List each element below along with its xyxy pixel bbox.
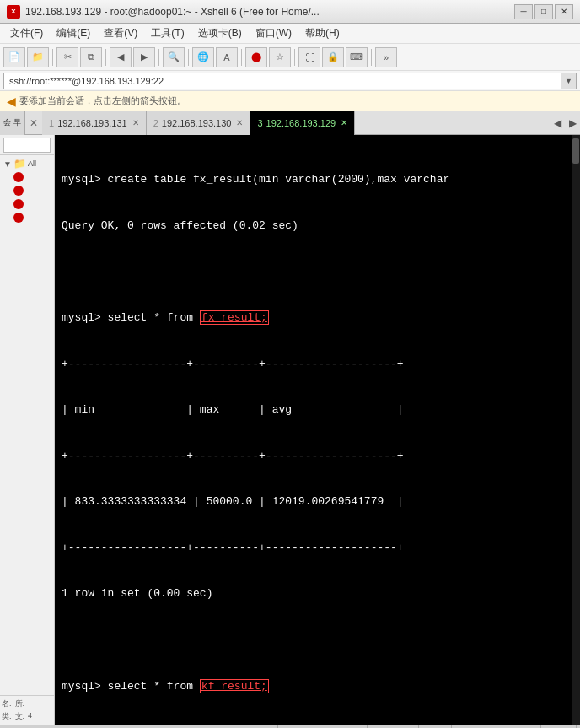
- session-icon-1: [13, 172, 24, 182]
- status-bar: ssh://root@192.168.193.12 SSH2 xterm ⬛ 5…: [0, 725, 580, 728]
- menu-file[interactable]: 文件(F): [3, 24, 50, 42]
- toolbar-globe[interactable]: 🌐: [192, 47, 214, 67]
- address-dropdown[interactable]: ▼: [561, 73, 577, 89]
- toolbar-fullscreen[interactable]: ⛶: [298, 47, 320, 67]
- menu-view[interactable]: 查看(V): [97, 24, 144, 42]
- sidebar-search-input[interactable]: [3, 138, 51, 153]
- toolbar-separator-6: [294, 49, 295, 66]
- tab-1[interactable]: 1 192.168.193.131 ✕: [42, 111, 147, 135]
- scrollbar-thumb: [572, 138, 579, 164]
- menu-tabs[interactable]: 选项卡(B): [191, 24, 249, 42]
- terminal-scrollbar[interactable]: [572, 135, 580, 725]
- toolbar-separator-1: [52, 49, 53, 66]
- window-controls: ─ □ ✕: [514, 4, 573, 19]
- toolbar-keyboard[interactable]: ⌨: [346, 47, 368, 67]
- sidebar-tab-location[interactable]: 所.: [15, 698, 25, 709]
- tree-session-3[interactable]: [2, 197, 52, 211]
- tab-2-num: 2: [153, 118, 158, 128]
- sidebar-count: 4: [28, 711, 32, 722]
- sidebar-bottom-row-1: 名. 所.: [2, 698, 52, 710]
- tab-3-close[interactable]: ✕: [341, 118, 347, 127]
- tab-3[interactable]: 3 192.168.193.129 ✕: [250, 111, 355, 135]
- terminal-line-6: | min | max | avg |: [62, 402, 573, 418]
- address-value: ssh://root:******@192.168.193.129:22: [9, 76, 164, 86]
- sidebar-search: [0, 135, 54, 155]
- toolbar-forward[interactable]: ▶: [133, 47, 155, 67]
- tab-3-label: 192.168.193.129: [266, 118, 336, 128]
- terminal-line-12: mysql> select * from kf_result;: [62, 679, 573, 694]
- menu-edit[interactable]: 编辑(E): [50, 24, 97, 42]
- session-icon-3: [13, 199, 24, 209]
- toolbar: 📄 📁 ✂ ⧉ ◀ ▶ 🔍 🌐 A ⬤ ☆ ⛶ 🔒 ⌨ »: [0, 44, 580, 71]
- tree-expand-icon: ▼: [3, 159, 13, 169]
- toolbar-new-session[interactable]: 📄: [3, 47, 25, 67]
- toolbar-copy[interactable]: ⧉: [80, 47, 102, 67]
- kf-result-highlight: kf_result;: [200, 679, 269, 693]
- tree-item-root[interactable]: ▼ 📁 All: [2, 157, 52, 170]
- toolbar-more[interactable]: »: [375, 47, 397, 67]
- maximize-button[interactable]: □: [534, 4, 553, 19]
- toolbar-separator-7: [371, 49, 372, 66]
- menu-window[interactable]: 窗口(W): [249, 24, 298, 42]
- info-text: 要添加当前会话，点击左侧的箭头按钮。: [19, 94, 186, 107]
- tab-3-num: 3: [257, 118, 262, 128]
- address-field[interactable]: ssh://root:******@192.168.193.129:22: [3, 73, 561, 89]
- tab-close-sidebar[interactable]: ✕: [25, 111, 42, 135]
- session-icon-2: [13, 186, 24, 196]
- toolbar-cut[interactable]: ✂: [56, 47, 78, 67]
- sidebar-tab-file[interactable]: 文.: [15, 711, 25, 722]
- toolbar-font[interactable]: A: [216, 47, 238, 67]
- main-area: ▼ 📁 All 名. 所. 类. 文.: [0, 135, 580, 725]
- toolbar-open[interactable]: 📁: [27, 47, 49, 67]
- toolbar-separator-4: [188, 49, 189, 66]
- terminal-line-8: | 833.3333333333334 | 50000.0 | 12019.00…: [62, 494, 573, 510]
- session-icon-4: [13, 213, 24, 223]
- terminal-line-10: 1 row in set (0.00 sec): [62, 586, 573, 601]
- terminal[interactable]: mysql> create table fx_result(min varcha…: [55, 135, 580, 725]
- tab-1-close[interactable]: ✕: [132, 118, 139, 127]
- sidebar-tab-name[interactable]: 名.: [2, 698, 12, 709]
- tab-2-close[interactable]: ✕: [236, 118, 243, 127]
- toolbar-separator-5: [241, 49, 242, 66]
- info-bar: ◀ 要添加当前会话，点击左侧的箭头按钮。: [0, 91, 580, 111]
- close-button[interactable]: ✕: [555, 4, 573, 19]
- sidebar-tab-type[interactable]: 类.: [2, 711, 12, 722]
- sidebar-toggle-label: 会 早: [3, 117, 21, 128]
- menu-bar: 文件(F) 编辑(E) 查看(V) 工具(T) 选项卡(B) 窗口(W) 帮助(…: [0, 24, 580, 44]
- minimize-button[interactable]: ─: [514, 4, 533, 19]
- toolbar-stop[interactable]: ⬤: [245, 47, 267, 67]
- tab-nav: ◀ ▶: [550, 113, 580, 133]
- tree-session-4[interactable]: [2, 211, 52, 224]
- sidebar: ▼ 📁 All 名. 所. 类. 文.: [0, 135, 55, 725]
- tab-1-num: 1: [49, 118, 54, 128]
- terminal-line-4: mysql> select * from fx_result;: [62, 310, 573, 326]
- tab-1-label: 192.168.193.131: [57, 118, 127, 128]
- tree-session-2[interactable]: [2, 184, 52, 197]
- app-icon: X: [7, 5, 20, 19]
- toolbar-bookmark[interactable]: ☆: [269, 47, 291, 67]
- terminal-line-9: +------------------+----------+---------…: [62, 541, 573, 556]
- fx-result-highlight: fx_result;: [200, 310, 269, 325]
- window-title: 192.168.193.129 - root@hadoop01:~ - Xshe…: [25, 6, 514, 18]
- tab-2[interactable]: 2 192.168.193.130 ✕: [147, 111, 251, 135]
- tab-2-label: 192.168.193.130: [162, 118, 232, 128]
- toolbar-search[interactable]: 🔍: [163, 47, 185, 67]
- menu-tools[interactable]: 工具(T): [144, 24, 191, 42]
- tree-session-1[interactable]: [2, 170, 52, 184]
- sidebar-tree: ▼ 📁 All: [0, 155, 54, 695]
- toolbar-back[interactable]: ◀: [110, 47, 132, 67]
- terminal-content: mysql> create table fx_result(min varcha…: [62, 142, 573, 725]
- terminal-line-3: [62, 265, 573, 280]
- info-arrow-icon: ◀: [7, 94, 16, 108]
- terminal-line-5: +------------------+----------+---------…: [62, 357, 573, 372]
- tab-bar: 会 早 ✕ 1 192.168.193.131 ✕ 2 192.168.193.…: [0, 111, 580, 135]
- toolbar-separator-2: [105, 49, 106, 66]
- tab-prev-button[interactable]: ◀: [550, 113, 565, 133]
- menu-help[interactable]: 帮助(H): [298, 24, 346, 42]
- tab-next-button[interactable]: ▶: [565, 113, 580, 133]
- terminal-line-2: Query OK, 0 rows affected (0.02 sec): [62, 218, 573, 234]
- tree-root-label: All: [28, 159, 36, 168]
- sidebar-toggle-button[interactable]: 会 早: [0, 111, 25, 135]
- sidebar-bottom: 名. 所. 类. 文. 4: [0, 695, 54, 725]
- toolbar-lock[interactable]: 🔒: [322, 47, 344, 67]
